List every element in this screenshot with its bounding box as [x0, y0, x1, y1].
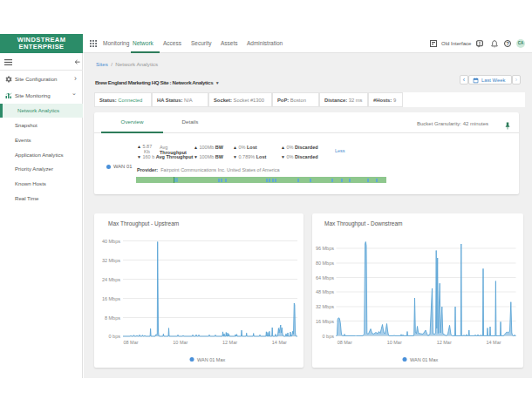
svg-text:10 Mar: 10 Mar: [173, 340, 188, 345]
svg-text:80 Mbps: 80 Mbps: [316, 260, 334, 266]
svg-text:0 bps: 0 bps: [109, 334, 121, 339]
svg-text:12 Mar: 12 Mar: [437, 340, 452, 345]
svg-text:14 Mar: 14 Mar: [486, 340, 501, 345]
svg-text:64 Mbps: 64 Mbps: [316, 275, 334, 281]
svg-text:Max Throughput - Downstream: Max Throughput - Downstream: [324, 220, 402, 227]
svg-text:96 Mbps: 96 Mbps: [316, 246, 334, 251]
svg-text:24 Mbps: 24 Mbps: [102, 277, 120, 282]
svg-text:14 Mar: 14 Mar: [272, 340, 287, 345]
svg-text:WAN 01 Max: WAN 01 Max: [197, 357, 225, 362]
svg-text:32 Mbps: 32 Mbps: [102, 258, 120, 263]
svg-text:16 Mbps: 16 Mbps: [316, 319, 334, 324]
svg-text:WAN 01 Max: WAN 01 Max: [410, 357, 438, 362]
svg-text:08 Mar: 08 Mar: [123, 340, 138, 345]
svg-text:32 Mbps: 32 Mbps: [316, 304, 334, 309]
svg-text:10 Mar: 10 Mar: [387, 340, 402, 345]
svg-text:08 Mar: 08 Mar: [338, 340, 352, 345]
svg-text:48 Mbps: 48 Mbps: [316, 289, 334, 294]
svg-text:0 bps: 0 bps: [323, 334, 335, 339]
svg-text:Max Throughput - Upstream: Max Throughput - Upstream: [108, 220, 179, 227]
svg-text:16 Mbps: 16 Mbps: [102, 296, 120, 301]
svg-text:8 Mbps: 8 Mbps: [105, 315, 120, 321]
svg-text:40 Mbps: 40 Mbps: [102, 239, 120, 244]
svg-text:12 Mar: 12 Mar: [222, 340, 237, 345]
